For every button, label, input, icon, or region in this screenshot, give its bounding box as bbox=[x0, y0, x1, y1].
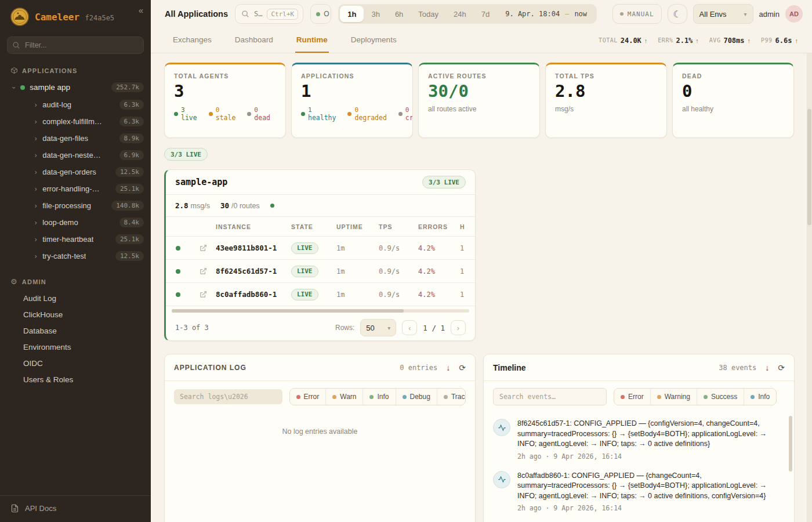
collapse-sidebar-icon[interactable]: « bbox=[139, 5, 143, 15]
timeline-event[interactable]: 43ee9811b801-1: CONFIG_APPLIED — {change… bbox=[493, 517, 784, 522]
filter-chip-info[interactable]: Info bbox=[744, 389, 776, 405]
global-search-button[interactable]: S… Ctrl+K bbox=[235, 4, 303, 24]
card-title: TOTAL AGENTS bbox=[174, 72, 276, 79]
external-link-button[interactable] bbox=[199, 267, 207, 276]
card-title: TOTAL TPS bbox=[555, 72, 657, 79]
table-row[interactable]: 8f6245c61d57-1LIVE1m0.9/s4.2%1 bbox=[166, 260, 475, 283]
filter-chip-info[interactable]: Info bbox=[362, 389, 395, 405]
tabs-bar: ExchangesDashboardRuntimeDeployments TOT… bbox=[151, 28, 812, 53]
chevron-right-icon: › bbox=[34, 219, 38, 226]
admin-item-clickhouse[interactable]: ClickHouse bbox=[0, 306, 151, 322]
count-badge: 6.3k bbox=[119, 100, 144, 110]
stat-card-active-routes: ACTIVE ROUTES30/0all routes active bbox=[418, 63, 540, 138]
time-range-24h[interactable]: 24h bbox=[446, 6, 474, 22]
sidebar-app-label: sample app bbox=[30, 83, 70, 92]
timeline-scrollbar-thumb[interactable] bbox=[789, 416, 792, 472]
activity-icon bbox=[498, 475, 506, 484]
dark-mode-toggle[interactable]: ☾ bbox=[668, 4, 687, 24]
refresh-icon[interactable]: ⟳ bbox=[459, 363, 466, 372]
previous-page-button[interactable]: ‹ bbox=[402, 320, 417, 335]
time-range-3h[interactable]: 3h bbox=[364, 6, 387, 22]
admin-section-header: ⚙ ADMIN bbox=[0, 271, 151, 290]
sidebar-item-complex-fulfillm[interactable]: ›complex-fulfillm…6.3k bbox=[0, 113, 151, 130]
time-range-7d[interactable]: 7d bbox=[474, 6, 497, 22]
stat-label: TOTAL bbox=[599, 37, 618, 44]
timeline-panel: Timeline 38 events ↓ ⟳ ErrorWarningSucce… bbox=[483, 354, 795, 522]
time-range-6h[interactable]: 6h bbox=[387, 6, 411, 22]
next-page-button[interactable]: › bbox=[451, 320, 466, 335]
external-link-button[interactable] bbox=[199, 291, 207, 299]
filter-chip-error[interactable]: Error bbox=[614, 389, 650, 405]
substat-value: 0 bbox=[405, 106, 413, 114]
admin-item-oidc[interactable]: OIDC bbox=[0, 355, 151, 371]
count-badge: 140.8k bbox=[111, 201, 144, 211]
environment-select[interactable]: All Envs ▾ bbox=[693, 4, 753, 24]
download-icon[interactable]: ↓ bbox=[446, 363, 450, 372]
api-docs-link[interactable]: API Docs bbox=[0, 495, 151, 522]
manual-refresh-button[interactable]: MANUAL bbox=[612, 4, 662, 24]
date-from: 9. Apr. 18:04 bbox=[505, 10, 560, 18]
time-range-1h[interactable]: 1h bbox=[340, 6, 364, 22]
horizontal-scrollbar-thumb[interactable] bbox=[172, 309, 404, 313]
filter-chip-warn[interactable]: Warn bbox=[325, 389, 362, 405]
chevron-right-icon: › bbox=[34, 118, 38, 125]
refresh-icon[interactable]: ⟳ bbox=[778, 363, 785, 372]
moon-icon: ☾ bbox=[673, 9, 681, 20]
event-message: 8f6245c61d57-1: CONFIG_APPLIED — {config… bbox=[517, 419, 784, 449]
tab-exchanges[interactable]: Exchanges bbox=[172, 28, 213, 53]
filter-input[interactable] bbox=[7, 37, 144, 54]
avatar[interactable]: AD bbox=[785, 5, 803, 23]
count-badge: 25.1k bbox=[115, 184, 144, 194]
tab-deployments[interactable]: Deployments bbox=[350, 28, 398, 53]
sidebar-item-audit-log[interactable]: ›audit-log6.3k bbox=[0, 96, 151, 113]
tabs: ExchangesDashboardRuntimeDeployments bbox=[172, 28, 398, 53]
rows-per-page-select[interactable]: 50 ▾ bbox=[360, 319, 396, 336]
admin-item-environments[interactable]: Environments bbox=[0, 339, 151, 355]
chip-dot bbox=[657, 395, 661, 399]
filter-chip-warning[interactable]: Warning bbox=[650, 389, 697, 405]
download-icon[interactable]: ↓ bbox=[765, 363, 769, 372]
open-instance-cell bbox=[190, 244, 216, 252]
table-row[interactable]: 43ee9811b801-1LIVE1m0.9/s4.2%1 bbox=[166, 237, 475, 260]
filter-chip-success[interactable]: Success bbox=[697, 389, 744, 405]
timeline-search-input[interactable] bbox=[493, 388, 607, 405]
sidebar-item-file-processing[interactable]: ›file-processing140.8k bbox=[0, 197, 151, 214]
tab-runtime[interactable]: Runtime bbox=[295, 28, 329, 53]
username-label: admin bbox=[759, 10, 780, 19]
chip-dot bbox=[704, 395, 708, 399]
chevron-right-icon: › bbox=[34, 169, 38, 176]
sidebar-item-data-gen-orders[interactable]: ›data-gen-orders12.5k bbox=[0, 164, 151, 180]
filter-chip-error[interactable]: Error bbox=[290, 389, 326, 405]
sidebar-item-data-gen-neste[interactable]: ›data-gen-neste…6.9k bbox=[0, 147, 151, 164]
summary-stat-p99: P996.6s↑ bbox=[761, 37, 798, 45]
page-scrollbar-thumb[interactable] bbox=[807, 109, 811, 225]
sidebar-item-try-catch-test[interactable]: ›try-catch-test12.5k bbox=[0, 248, 151, 264]
connection-status-pill[interactable]: O bbox=[310, 4, 331, 24]
chip-label: Error bbox=[628, 393, 644, 401]
event-body: 8f6245c61d57-1: CONFIG_APPLIED — {config… bbox=[517, 419, 784, 461]
sidebar-item-data-gen-files[interactable]: ›data-gen-files8.9k bbox=[0, 130, 151, 147]
open-instance-cell bbox=[190, 267, 216, 276]
timeline-events-list: 8f6245c61d57-1: CONFIG_APPLIED — {config… bbox=[484, 411, 794, 522]
sidebar-item-timer-heartbeat[interactable]: ›timer-heartbeat25.1k bbox=[0, 231, 151, 248]
sidebar-item-error-handling[interactable]: ›error-handling-…25.1k bbox=[0, 180, 151, 197]
date-range-display[interactable]: 9. Apr. 18:04 — now bbox=[497, 10, 595, 18]
external-link-button[interactable] bbox=[199, 244, 207, 252]
table-row[interactable]: 8c0affadb860-1LIVE1m0.9/s4.2%1 bbox=[166, 283, 475, 306]
admin-item-audit-log[interactable]: Audit Log bbox=[0, 290, 151, 306]
admin-item-database[interactable]: Database bbox=[0, 322, 151, 339]
timeline-event[interactable]: 8c0affadb860-1: CONFIG_APPLIED — {change… bbox=[493, 466, 784, 518]
substat-live: 3live bbox=[174, 106, 197, 122]
sidebar-item-sample-app[interactable]: › sample app 252.7k bbox=[0, 78, 151, 96]
tab-dashboard[interactable]: Dashboard bbox=[234, 28, 274, 53]
filter-chip-debug[interactable]: Debug bbox=[396, 389, 437, 405]
timeline-event[interactable]: 8f6245c61d57-1: CONFIG_APPLIED — {config… bbox=[493, 414, 784, 466]
admin-item-users-roles[interactable]: Users & Roles bbox=[0, 371, 151, 387]
chip-dot bbox=[403, 395, 407, 399]
brand-text: Cameleer f24a5e5 bbox=[35, 12, 114, 23]
sidebar-item-loop-demo[interactable]: ›loop-demo8.4k bbox=[0, 214, 151, 231]
log-search-input[interactable] bbox=[174, 389, 282, 404]
filter-chip-trace[interactable]: Trace bbox=[437, 389, 466, 405]
time-range-today[interactable]: Today bbox=[411, 6, 446, 22]
live-status-badge: 3/3 LIVE bbox=[422, 176, 466, 188]
